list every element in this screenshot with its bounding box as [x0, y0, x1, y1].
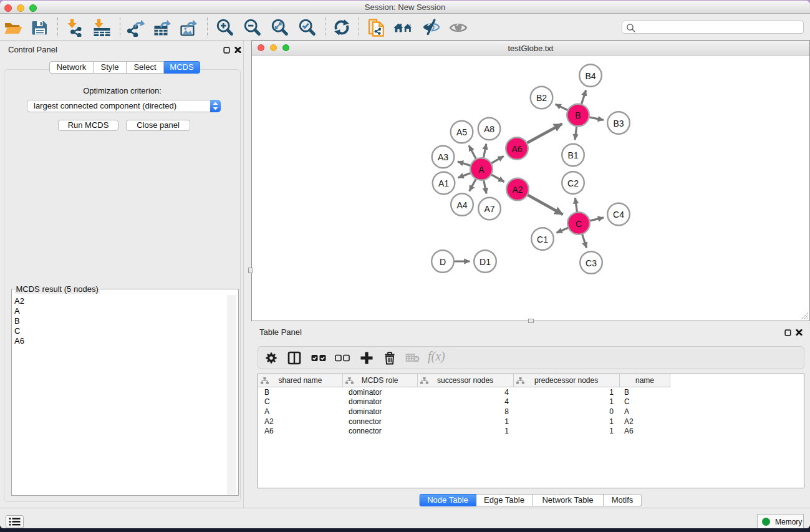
svg-text:A7: A7: [484, 204, 494, 214]
svg-text:A4: A4: [456, 200, 467, 210]
svg-text:A3: A3: [438, 152, 448, 162]
svg-text:A2: A2: [512, 185, 523, 195]
svg-text:A5: A5: [456, 127, 467, 137]
svg-text:B3: B3: [613, 118, 624, 128]
svg-text:A: A: [478, 165, 485, 175]
svg-text:B1: B1: [567, 150, 578, 160]
svg-text:A1: A1: [438, 178, 449, 188]
svg-text:B4: B4: [585, 71, 595, 81]
svg-text:C1: C1: [537, 235, 548, 244]
svg-text:A6: A6: [511, 144, 522, 154]
svg-text:D1: D1: [480, 257, 491, 267]
svg-text:C4: C4: [613, 210, 624, 220]
svg-text:B: B: [575, 110, 581, 120]
svg-text:B2: B2: [536, 93, 547, 103]
svg-text:A8: A8: [484, 124, 494, 134]
svg-text:C2: C2: [567, 178, 579, 188]
svg-text:C3: C3: [586, 258, 597, 268]
svg-text:C: C: [576, 219, 582, 229]
svg-text:D: D: [440, 257, 446, 267]
